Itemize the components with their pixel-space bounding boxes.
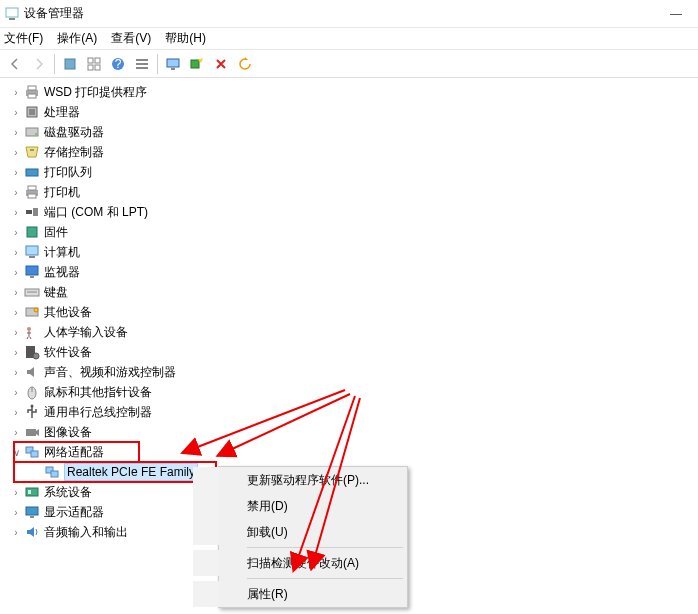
svg-rect-30: [26, 246, 38, 255]
tree-node-label: 鼠标和其他指针设备: [44, 384, 152, 401]
tree-node[interactable]: ›键盘: [4, 282, 698, 302]
minimize-button[interactable]: —: [658, 0, 694, 28]
expand-icon[interactable]: ›: [9, 245, 23, 259]
svg-rect-32: [26, 266, 38, 275]
tree-node[interactable]: ›计算机: [4, 242, 698, 262]
svg-rect-31: [29, 256, 35, 258]
menu-help[interactable]: 帮助(H): [165, 30, 206, 47]
menu-action[interactable]: 操作(A): [57, 30, 97, 47]
expand-icon[interactable]: ›: [9, 165, 23, 179]
context-menu: 更新驱动程序软件(P)... 禁用(D) 卸载(U) 扫描检测硬件改动(A) 属…: [218, 466, 408, 608]
expand-icon[interactable]: ›: [9, 325, 23, 339]
menu-bar: 文件(F) 操作(A) 查看(V) 帮助(H): [0, 28, 698, 50]
expand-icon[interactable]: ›: [9, 385, 23, 399]
svg-rect-28: [33, 208, 38, 216]
remove-icon[interactable]: [210, 53, 232, 75]
monitor-icon[interactable]: [162, 53, 184, 75]
svg-rect-6: [95, 65, 100, 70]
network-adapter-icon: [44, 464, 60, 480]
device-category-icon: [24, 104, 40, 120]
device-category-icon: [24, 324, 40, 340]
tree-node[interactable]: ›图像设备: [4, 422, 698, 442]
forward-button[interactable]: [28, 53, 50, 75]
device-category-icon: [24, 384, 40, 400]
tree-node[interactable]: ›声音、视频和游戏控制器: [4, 362, 698, 382]
device-category-icon: [24, 404, 40, 420]
svg-rect-11: [136, 67, 148, 69]
ctx-separator: [247, 578, 403, 579]
app-icon: [4, 6, 20, 22]
title-bar: 设备管理器 —: [0, 0, 698, 28]
expand-icon[interactable]: ›: [9, 345, 23, 359]
tree-node[interactable]: ›WSD 打印提供程序: [4, 82, 698, 102]
tree-node-label: 计算机: [44, 244, 80, 261]
tree-node-label: 打印队列: [44, 164, 92, 181]
svg-rect-16: [28, 86, 36, 90]
scan-icon[interactable]: [186, 53, 208, 75]
tree-node[interactable]: ›软件设备: [4, 342, 698, 362]
refresh-icon[interactable]: [234, 53, 256, 75]
tree-node[interactable]: ›存储控制器: [4, 142, 698, 162]
collapse-icon[interactable]: ∨: [9, 445, 23, 459]
tree-node-label: 图像设备: [44, 424, 92, 441]
svg-rect-49: [26, 488, 38, 496]
tree-node[interactable]: ›固件: [4, 222, 698, 242]
expand-icon[interactable]: ›: [9, 425, 23, 439]
tree-node-label: 存储控制器: [44, 144, 104, 161]
expand-icon[interactable]: ›: [9, 485, 23, 499]
svg-point-40: [33, 353, 39, 359]
tree-node-label: 端口 (COM 和 LPT): [44, 204, 148, 221]
expand-icon[interactable]: ›: [9, 305, 23, 319]
svg-rect-14: [191, 60, 199, 68]
expand-icon[interactable]: ›: [9, 145, 23, 159]
svg-rect-1: [9, 18, 15, 20]
menu-view[interactable]: 查看(V): [111, 30, 151, 47]
tree-node[interactable]: ›磁盘驱动器: [4, 122, 698, 142]
expand-icon[interactable]: ›: [9, 185, 23, 199]
ctx-update-driver[interactable]: 更新驱动程序软件(P)...: [193, 467, 407, 493]
svg-rect-4: [95, 58, 100, 63]
expand-icon[interactable]: ›: [9, 525, 23, 539]
tree-node-label: 声音、视频和游戏控制器: [44, 364, 176, 381]
tree-node[interactable]: ›打印队列: [4, 162, 698, 182]
svg-rect-12: [167, 59, 179, 67]
tree-node[interactable]: ›处理器: [4, 102, 698, 122]
tree-node-label: 其他设备: [44, 304, 92, 321]
db-icon[interactable]: [59, 53, 81, 75]
tree-node[interactable]: ›监视器: [4, 262, 698, 282]
ctx-scan[interactable]: 扫描检测硬件改动(A): [193, 550, 407, 576]
help-icon[interactable]: ?: [107, 53, 129, 75]
expand-icon[interactable]: ›: [9, 405, 23, 419]
tree-node[interactable]: ›端口 (COM 和 LPT): [4, 202, 698, 222]
device-category-icon: [24, 484, 40, 500]
grid-icon[interactable]: [83, 53, 105, 75]
expand-icon[interactable]: ›: [9, 265, 23, 279]
expand-icon[interactable]: ›: [9, 205, 23, 219]
back-button[interactable]: [4, 53, 26, 75]
device-category-icon: [24, 244, 40, 260]
ctx-uninstall[interactable]: 卸载(U): [193, 519, 407, 545]
svg-text:?: ?: [115, 57, 122, 71]
tree-node[interactable]: ›鼠标和其他指针设备: [4, 382, 698, 402]
expand-icon[interactable]: ›: [9, 85, 23, 99]
svg-rect-23: [26, 169, 38, 176]
tree-node[interactable]: ›其他设备: [4, 302, 698, 322]
tree-node[interactable]: ›打印机: [4, 182, 698, 202]
menu-file[interactable]: 文件(F): [4, 30, 43, 47]
ctx-properties[interactable]: 属性(R): [193, 581, 407, 607]
tree-node-label: 固件: [44, 224, 68, 241]
list-icon[interactable]: [131, 53, 153, 75]
expand-icon[interactable]: ›: [9, 285, 23, 299]
tree-node[interactable]: ›人体学输入设备: [4, 322, 698, 342]
expand-icon[interactable]: ›: [9, 105, 23, 119]
ctx-disable[interactable]: 禁用(D): [193, 493, 407, 519]
expand-icon[interactable]: ›: [9, 225, 23, 239]
expand-icon[interactable]: ›: [9, 125, 23, 139]
device-category-icon: [24, 304, 40, 320]
expand-icon[interactable]: ›: [9, 505, 23, 519]
tree-node-label: 音频输入和输出: [44, 524, 128, 541]
tree-node[interactable]: ∨网络适配器: [4, 442, 698, 462]
expand-icon[interactable]: ›: [9, 365, 23, 379]
tree-node[interactable]: ›通用串行总线控制器: [4, 402, 698, 422]
window-title: 设备管理器: [24, 5, 84, 22]
